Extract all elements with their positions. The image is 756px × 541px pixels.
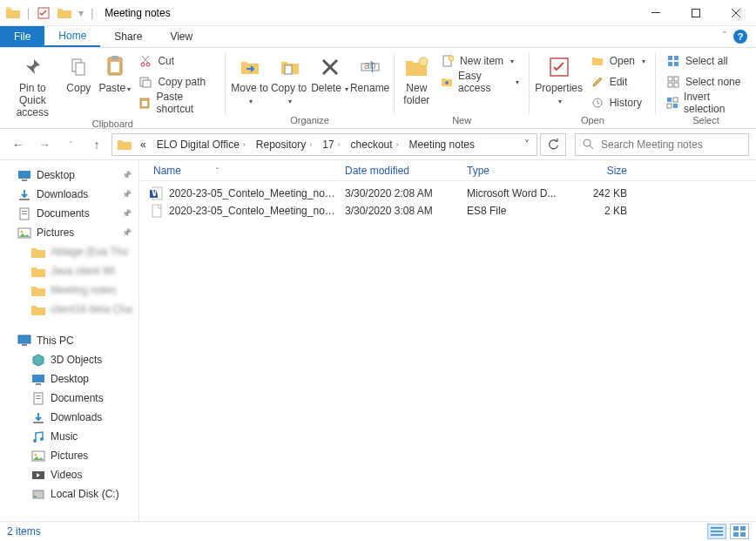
delete-button[interactable]: Delete ▾ <box>311 50 349 95</box>
nav-item[interactable]: client16 beta Cha <box>0 300 138 319</box>
back-button[interactable]: ← <box>7 133 30 156</box>
file-type: ES8 File <box>460 205 564 217</box>
breadcrumb-overflow[interactable]: « <box>135 134 152 155</box>
open-button[interactable]: Open▾ <box>585 51 651 71</box>
svg-rect-62 <box>152 205 161 217</box>
ribbon: Pin to Quick access Copy Paste▾ Cut Copy… <box>0 48 756 129</box>
status-bar: 2 items <box>0 521 756 541</box>
file-date: 3/30/2020 3:08 AM <box>338 205 460 217</box>
nav-item[interactable]: Downloads <box>0 185 138 204</box>
nav-icon <box>31 283 45 297</box>
breadcrumb[interactable]: 17› <box>317 134 345 155</box>
forward-button[interactable]: → <box>33 133 56 156</box>
svg-rect-25 <box>668 62 672 66</box>
nav-icon <box>17 187 31 201</box>
svg-point-55 <box>35 453 37 456</box>
breadcrumb[interactable]: ELO Digital Office› <box>152 134 251 155</box>
column-size[interactable]: Size <box>564 165 634 177</box>
svg-rect-47 <box>36 383 41 385</box>
svg-rect-44 <box>18 335 30 343</box>
invert-selection-button[interactable]: Invert selection <box>661 93 751 112</box>
svg-rect-50 <box>36 398 41 399</box>
tab-home[interactable]: Home <box>44 26 100 47</box>
tab-share[interactable]: Share <box>100 26 156 47</box>
tab-view[interactable]: View <box>156 26 206 47</box>
svg-rect-26 <box>674 62 678 66</box>
file-row[interactable]: 2020-23-05_Contelo_Meeting_note...3/30/2… <box>139 202 756 220</box>
column-name[interactable]: Nameˆ <box>146 165 338 177</box>
nav-icon <box>31 264 45 278</box>
nav-icon <box>31 391 45 405</box>
svg-rect-33 <box>667 104 672 108</box>
svg-rect-68 <box>733 532 739 537</box>
file-row[interactable]: W2020-23-05_Contelo_Meeting_notes3/30/20… <box>139 185 756 202</box>
up-button[interactable]: ↑ <box>85 133 108 156</box>
maximize-button[interactable] <box>676 0 716 26</box>
nav-item[interactable]: Downloads <box>0 408 138 427</box>
refresh-button[interactable] <box>540 133 566 156</box>
thumbnails-view-button[interactable] <box>730 524 749 539</box>
rename-button[interactable]: ab Rename <box>351 50 389 95</box>
recent-locations-button[interactable]: ˅ <box>59 133 82 156</box>
qat-properties-icon[interactable] <box>34 3 53 23</box>
svg-rect-29 <box>668 83 672 87</box>
cut-button[interactable]: Cut <box>133 51 219 71</box>
nav-item[interactable]: Desktop <box>0 166 138 185</box>
svg-rect-2 <box>692 9 700 17</box>
column-headers: Nameˆ Date modified Type Size <box>139 160 756 181</box>
properties-button[interactable]: Properties ▾ <box>535 50 584 107</box>
nav-item[interactable]: Documents <box>0 389 138 408</box>
new-item-button[interactable]: New item▾ <box>435 51 524 71</box>
nav-item[interactable]: Ablage (Eva Tho <box>0 242 138 261</box>
nav-item[interactable]: 3D Objects <box>0 350 138 369</box>
nav-item[interactable]: Music <box>0 427 138 446</box>
svg-point-9 <box>146 63 150 66</box>
close-button[interactable] <box>716 0 756 26</box>
nav-icon <box>31 410 45 424</box>
help-icon[interactable]: ? <box>733 30 747 44</box>
nav-item[interactable]: Videos <box>0 465 138 484</box>
nav-item[interactable]: Pictures <box>0 446 138 465</box>
nav-item[interactable]: Meeting notes <box>0 281 138 300</box>
nav-item[interactable]: Pictures <box>0 223 138 242</box>
title-bar: | ▾ | Meeting notes <box>0 0 756 26</box>
easy-access-button[interactable]: Easy access▾ <box>435 72 524 91</box>
breadcrumb[interactable]: Meeting notes <box>404 134 480 155</box>
paste-shortcut-button[interactable]: Paste shortcut <box>133 93 219 112</box>
address-bar[interactable]: « ELO Digital Office› Repository› 17› ch… <box>111 133 537 156</box>
minimize-button[interactable] <box>636 0 676 26</box>
collapse-ribbon-icon[interactable]: ˆ <box>723 30 726 43</box>
svg-rect-31 <box>667 98 672 102</box>
column-date[interactable]: Date modified <box>338 165 460 177</box>
copy-path-button[interactable]: Copy path <box>133 72 219 91</box>
move-to-button[interactable]: Move to ▾ <box>231 50 269 107</box>
details-view-button[interactable] <box>707 524 726 539</box>
new-folder-button[interactable]: New folder <box>400 50 434 107</box>
sort-indicator-icon: ˆ <box>216 166 219 175</box>
svg-rect-41 <box>22 213 27 214</box>
breadcrumb[interactable]: checkout› <box>346 134 404 155</box>
tab-file[interactable]: File <box>0 26 44 47</box>
nav-item[interactable]: Desktop <box>0 369 138 389</box>
pin-to-quick-access-button[interactable]: Pin to Quick access <box>5 50 60 118</box>
breadcrumb[interactable]: Repository› <box>251 134 317 155</box>
nav-item[interactable]: Java client Wi <box>0 261 138 281</box>
column-type[interactable]: Type <box>460 165 564 177</box>
nav-this-pc[interactable]: This PC <box>0 331 138 350</box>
qat-newfolder-icon[interactable] <box>55 3 74 23</box>
ribbon-tabs: File Home Share View ˆ ? <box>0 26 756 48</box>
svg-rect-1 <box>651 12 660 13</box>
search-input[interactable]: Search Meeting notes <box>575 133 749 156</box>
nav-item[interactable]: Local Disk (C:) <box>0 484 138 504</box>
select-none-button[interactable]: Select none <box>661 72 751 91</box>
file-name: 2020-23-05_Contelo_Meeting_notes <box>169 187 338 199</box>
copy-button[interactable]: Copy <box>62 50 96 95</box>
nav-item[interactable]: Documents <box>0 204 138 223</box>
edit-button[interactable]: Edit <box>585 72 651 91</box>
copy-to-button[interactable]: Copy to ▾ <box>271 50 309 107</box>
address-dropdown[interactable]: ˅ <box>519 139 535 151</box>
paste-button[interactable]: Paste▾ <box>98 50 132 95</box>
history-button[interactable]: History <box>585 93 651 112</box>
select-all-button[interactable]: Select all <box>661 51 751 71</box>
svg-point-43 <box>21 230 24 233</box>
